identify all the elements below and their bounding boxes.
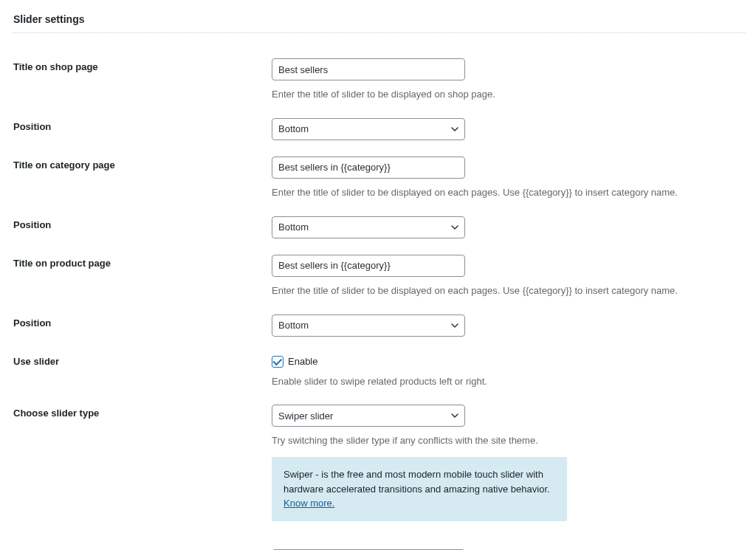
info-text: Swiper - is the free and most modern mob… <box>284 469 550 495</box>
info-box-swiper: Swiper - is the free and most modern mob… <box>272 457 567 521</box>
label-slider-type: Choose slider type <box>13 399 272 543</box>
input-title-product[interactable] <box>272 255 465 277</box>
label-use-slider: Use slider <box>13 347 272 399</box>
input-title-category[interactable] <box>272 157 465 179</box>
select-position-product[interactable]: Bottom <box>272 314 465 337</box>
select-slider-type[interactable]: Swiper slider <box>272 405 465 427</box>
select-position-category[interactable]: Bottom <box>272 216 465 238</box>
settings-form: Title on shop page Enter the title of sl… <box>13 52 746 550</box>
desc-title-product: Enter the title of slider to be displaye… <box>272 284 738 298</box>
label-position-shop: Position <box>13 112 272 151</box>
link-know-more[interactable]: Know more. <box>284 498 334 509</box>
label-title-category: Title on category page <box>13 151 272 210</box>
label-title-product: Title on product page <box>13 249 272 309</box>
desc-use-slider: Enable slider to swipe related products … <box>272 375 738 389</box>
divider <box>13 32 746 33</box>
label-title-shop: Title on shop page <box>13 52 272 112</box>
label-slider-width: Slider width <box>13 543 272 550</box>
desc-title-category: Enter the title of slider to be displaye… <box>272 186 738 200</box>
section-title: Slider settings <box>13 13 746 32</box>
checkbox-label-enable: Enable <box>288 356 317 367</box>
label-position-product: Position <box>13 309 272 347</box>
desc-slider-type: Try switching the slider type if any con… <box>272 434 738 448</box>
input-title-shop[interactable] <box>272 58 465 80</box>
select-position-shop[interactable]: Bottom <box>272 118 465 140</box>
label-position-category: Position <box>13 210 272 249</box>
desc-title-shop: Enter the title of slider to be displaye… <box>272 88 738 102</box>
checkbox-use-slider[interactable] <box>272 356 284 368</box>
